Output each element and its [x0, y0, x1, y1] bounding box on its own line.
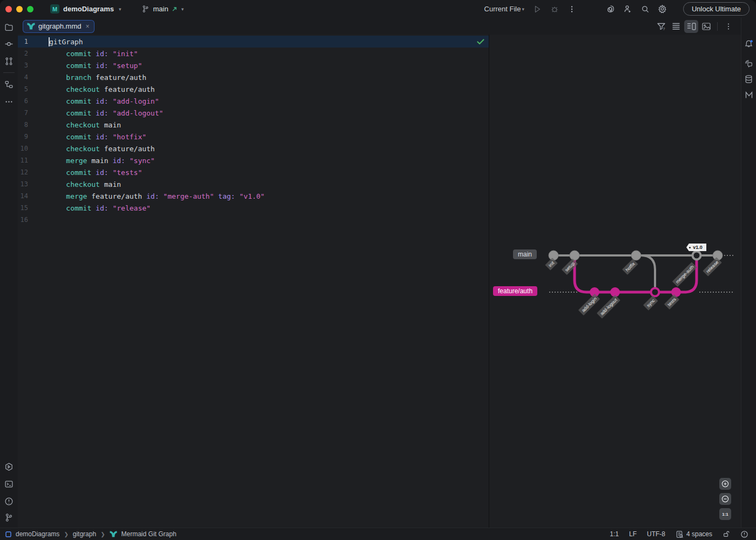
tab-gitgraph-mmd[interactable]: gitgraph.mmd ×	[23, 20, 94, 33]
indent-widget[interactable]: 4 spaces	[676, 530, 712, 538]
commit-button[interactable]	[3, 37, 16, 50]
inspections-widget[interactable]	[740, 530, 748, 538]
zoom-out-button[interactable]	[719, 493, 731, 505]
editor-only-button[interactable]	[669, 20, 683, 33]
tab-label: gitgraph.mmd	[38, 22, 81, 30]
branch-name: main	[153, 5, 168, 13]
gitgraph-diagram	[489, 35, 741, 528]
line-number: 8	[18, 121, 28, 129]
line-number: 14	[18, 192, 28, 200]
code-line[interactable]: 4 branch feature/auth	[18, 71, 489, 83]
pull-requests-button[interactable]	[3, 55, 16, 68]
close-tab-icon[interactable]: ×	[85, 23, 89, 30]
code-line[interactable]: 5 checkout feature/auth	[18, 83, 489, 95]
status-bar: demoDiagrams ❯ gitgraph ❯ Mermaid Git Gr…	[0, 528, 756, 540]
code-line[interactable]: 2 commit id: "init"	[18, 48, 489, 59]
code-line[interactable]: 13 checkout main	[18, 178, 489, 190]
breadcrumb-file[interactable]: gitgraph	[73, 530, 96, 538]
breadcrumb-element[interactable]: Mermaid Git Graph	[122, 530, 177, 538]
chevron-right-icon: ❯	[100, 531, 105, 537]
ai-chat-button[interactable]	[602, 2, 619, 16]
line-number: 15	[18, 204, 28, 212]
debug-button[interactable]	[546, 2, 563, 16]
minimize-window-button[interactable]	[16, 6, 23, 12]
project-name: demoDiagrams	[63, 5, 114, 13]
version-control-button[interactable]	[3, 511, 16, 524]
vcs-branch-widget[interactable]: main ▾	[140, 2, 184, 16]
settings-button[interactable]	[654, 2, 671, 16]
chevron-right-icon: ❯	[64, 531, 68, 537]
editor-and-preview-button[interactable]	[684, 20, 698, 33]
indent-icon	[676, 530, 684, 538]
encoding-widget[interactable]: UTF-8	[647, 530, 665, 538]
divider	[717, 22, 718, 31]
code-editor[interactable]: 1gitGraph2 commit id: "init"3 commit id:…	[18, 35, 489, 528]
code-text: commit id: "hotfix"	[49, 133, 146, 141]
zoom-in-button[interactable]	[719, 478, 731, 490]
line-number: 10	[18, 145, 28, 152]
chevron-down-icon: ▾	[522, 6, 524, 12]
code-line[interactable]: 10 checkout feature/auth	[18, 143, 489, 154]
code-line[interactable]: 12 commit id: "tests"	[18, 166, 489, 178]
notifications-button[interactable]	[742, 37, 755, 50]
project-folder-button[interactable]	[3, 21, 16, 33]
code-text: checkout main	[49, 180, 121, 188]
more-actions-button[interactable]	[563, 2, 580, 16]
left-tool-window-bar	[0, 18, 18, 528]
more-tool-windows-button[interactable]	[3, 95, 16, 108]
line-separator-widget[interactable]: LF	[629, 530, 637, 538]
code-text: commit id: "init"	[49, 50, 138, 58]
unlocked-icon	[723, 530, 730, 538]
tab-options-button[interactable]	[721, 20, 735, 33]
code-text: gitGraph	[49, 38, 83, 46]
database-button[interactable]	[742, 72, 755, 85]
mermaid-icon	[110, 531, 117, 537]
line-number: 9	[18, 133, 28, 140]
code-line[interactable]: 6 commit id: "add-login"	[18, 95, 489, 107]
ide-window: M demoDiagrams ▾ main ▾ Current File ▾	[0, 0, 756, 540]
code-lines: 1gitGraph2 commit id: "init"3 commit id:…	[18, 36, 489, 226]
code-text: merge main id: "sync"	[49, 157, 155, 165]
terminal-button[interactable]	[3, 477, 16, 490]
structure-button[interactable]	[3, 78, 16, 91]
mermaid-tool-button[interactable]	[742, 89, 755, 102]
code-line[interactable]: 8 checkout main	[18, 119, 489, 131]
code-text: commit id: "add-logout"	[49, 109, 163, 117]
diagram-filter-button[interactable]: ?	[654, 20, 668, 33]
services-button[interactable]	[3, 460, 16, 473]
code-line[interactable]: 7 commit id: "add-logout"	[18, 107, 489, 119]
code-text: checkout main	[49, 121, 121, 129]
code-with-me-button[interactable]	[619, 2, 637, 16]
text-caret	[49, 37, 50, 46]
code-line[interactable]: 16	[18, 214, 489, 226]
push-arrow-icon	[171, 6, 178, 12]
run-configuration-selector[interactable]: Current File ▾	[484, 5, 524, 13]
code-line[interactable]: 3 commit id: "setup"	[18, 59, 489, 71]
code-line[interactable]: 1gitGraph	[18, 36, 489, 48]
project-icon: M	[50, 4, 59, 14]
actual-size-button[interactable]: 1:1	[719, 508, 731, 520]
file-lock-widget[interactable]	[723, 530, 730, 538]
code-line[interactable]: 9 commit id: "hotfix"	[18, 131, 489, 143]
problems-button[interactable]	[3, 495, 16, 508]
tag-label-v1-0: v1.0	[686, 244, 706, 251]
run-button[interactable]	[529, 2, 546, 16]
mermaid-preview-pane[interactable]: main feature/auth init setup hotfix merg…	[489, 35, 741, 528]
ai-assistant-button[interactable]	[742, 57, 755, 70]
close-window-button[interactable]	[5, 6, 12, 12]
preview-only-button[interactable]	[699, 20, 713, 33]
code-line[interactable]: 14 merge feature/auth id: "merge-auth" t…	[18, 190, 489, 202]
inspections-ok-checkmark-icon[interactable]	[476, 37, 486, 47]
code-line[interactable]: 15 commit id: "release"	[18, 202, 489, 214]
right-tool-window-bar	[741, 18, 756, 528]
branch-label-feature-auth: feature/auth	[493, 286, 537, 296]
zoom-window-button[interactable]	[27, 6, 33, 12]
breadcrumb-project[interactable]: demoDiagrams	[16, 530, 59, 538]
caret-position-widget[interactable]: 1:1	[610, 530, 619, 538]
unlock-ultimate-button[interactable]: Unlock Ultimate	[683, 2, 750, 16]
code-line[interactable]: 11 merge main id: "sync"	[18, 154, 489, 166]
mermaid-icon	[27, 23, 35, 30]
exclamation-circle-icon	[740, 530, 748, 538]
project-switcher[interactable]: M demoDiagrams ▾	[50, 4, 121, 14]
search-everywhere-button[interactable]	[637, 2, 654, 16]
